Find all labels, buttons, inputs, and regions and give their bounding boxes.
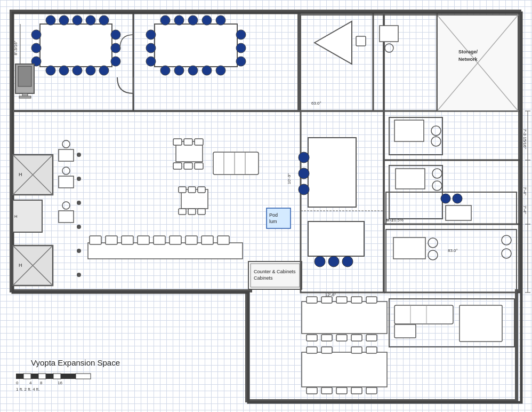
- svg-rect-76: [195, 139, 203, 145]
- svg-point-29: [86, 66, 95, 75]
- svg-point-47: [216, 66, 225, 75]
- svg-rect-141: [302, 302, 387, 334]
- svg-point-48: [146, 30, 156, 39]
- svg-rect-158: [307, 387, 317, 394]
- svg-rect-71: [59, 211, 74, 223]
- svg-rect-56: [18, 66, 31, 86]
- svg-rect-160: [336, 387, 347, 394]
- svg-point-177: [77, 153, 81, 157]
- svg-point-132: [441, 194, 450, 203]
- dim-h10: H: 10.5%: [386, 218, 404, 223]
- svg-point-178: [77, 177, 81, 181]
- svg-rect-147: [307, 335, 317, 341]
- svg-rect-77: [173, 163, 182, 169]
- svg-point-27: [59, 66, 69, 75]
- podium-label-2: lum: [269, 219, 277, 224]
- svg-point-45: [188, 66, 198, 75]
- counter-cabinets-label-line1: Counter & Cabinets: [254, 269, 296, 274]
- svg-point-38: [160, 15, 170, 25]
- svg-rect-20: [40, 24, 112, 67]
- storage-network-label-1: Storage/: [458, 49, 478, 54]
- svg-rect-170: [23, 374, 31, 379]
- svg-point-105: [299, 152, 309, 163]
- svg-rect-176: [76, 374, 91, 379]
- svg-rect-86: [188, 187, 196, 193]
- svg-point-35: [111, 43, 120, 53]
- svg-point-109: [315, 256, 325, 267]
- svg-rect-95: [138, 236, 149, 244]
- svg-point-138: [428, 250, 438, 260]
- svg-point-52: [236, 43, 246, 53]
- svg-point-126: [431, 137, 441, 146]
- plan-svg: 8'-3/16" H H H: [0, 0, 532, 412]
- svg-rect-99: [201, 236, 213, 244]
- svg-point-53: [236, 57, 246, 66]
- svg-rect-154: [321, 347, 332, 353]
- elevator-label-1: H: [19, 172, 22, 177]
- dim-label-1: 8'-3/16": [13, 41, 18, 55]
- svg-point-21: [46, 15, 55, 25]
- scale-16: 16: [58, 381, 62, 385]
- svg-point-181: [77, 249, 81, 253]
- svg-rect-134: [446, 205, 471, 220]
- svg-rect-89: [188, 209, 196, 215]
- svg-rect-174: [53, 374, 61, 379]
- svg-rect-96: [154, 236, 165, 244]
- svg-rect-136: [393, 237, 425, 259]
- scale-ft-label: 1 ft. 2 ft. 4 ft.: [16, 387, 39, 392]
- plan-title: Vyopta Expansion Space: [31, 358, 120, 367]
- podium-label-1: Pod: [269, 212, 278, 218]
- svg-rect-88: [179, 209, 186, 215]
- svg-rect-143: [321, 297, 332, 303]
- svg-rect-172: [38, 374, 46, 379]
- svg-rect-162: [366, 387, 377, 394]
- svg-point-107: [299, 184, 309, 195]
- svg-rect-104: [308, 138, 356, 207]
- svg-rect-67: [59, 149, 74, 161]
- svg-rect-100: [217, 236, 229, 244]
- svg-rect-145: [351, 297, 362, 303]
- svg-rect-173: [46, 374, 53, 379]
- svg-point-133: [453, 194, 462, 203]
- svg-rect-69: [59, 176, 74, 188]
- svg-point-122: [385, 44, 393, 52]
- svg-marker-118: [315, 21, 352, 64]
- svg-point-30: [99, 66, 109, 75]
- svg-rect-58: [19, 96, 31, 98]
- svg-rect-75: [184, 139, 192, 145]
- svg-point-28: [72, 66, 82, 75]
- svg-point-42: [216, 15, 225, 25]
- svg-rect-108: [308, 221, 364, 256]
- svg-rect-159: [321, 387, 332, 394]
- svg-point-24: [86, 15, 95, 25]
- svg-point-49: [146, 43, 156, 53]
- svg-point-22: [59, 15, 69, 25]
- svg-rect-79: [195, 163, 203, 169]
- svg-rect-112: [267, 208, 291, 228]
- svg-point-23: [72, 15, 82, 25]
- elevator-label-2: H: [19, 263, 22, 268]
- svg-point-36: [111, 57, 120, 66]
- svg-point-25: [99, 15, 109, 25]
- elec-label: H: [14, 214, 17, 219]
- svg-point-130: [432, 181, 442, 191]
- floor-plan: 8'-3/16" H H H: [0, 0, 532, 412]
- svg-rect-149: [336, 335, 347, 341]
- svg-point-68: [62, 140, 70, 148]
- dim-83: 83.0°: [448, 248, 458, 253]
- scale-4: 4: [29, 381, 32, 385]
- svg-rect-167: [394, 324, 416, 338]
- svg-rect-150: [351, 335, 362, 341]
- svg-point-34: [111, 30, 120, 39]
- svg-rect-157: [366, 347, 377, 353]
- svg-rect-161: [351, 387, 362, 394]
- svg-point-125: [431, 126, 441, 136]
- svg-rect-91: [88, 243, 243, 259]
- counter-cabinets-label-line2: Cabinets: [254, 275, 273, 281]
- svg-rect-94: [122, 236, 133, 244]
- svg-point-140: [502, 249, 511, 258]
- svg-rect-153: [307, 347, 317, 353]
- svg-rect-121: [380, 26, 398, 42]
- storage-network-label-2: Network: [458, 57, 478, 62]
- svg-point-26: [46, 66, 55, 75]
